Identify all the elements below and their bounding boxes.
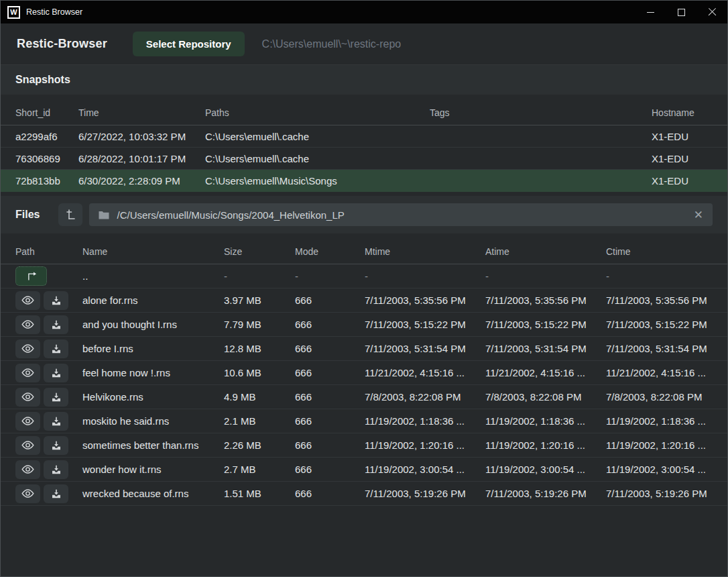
file-actions [15, 339, 82, 358]
files-path-input[interactable]: /C/Users/emuell/Music/Songs/2004_Helveti… [89, 203, 713, 226]
file-mode-cell: 666 [295, 415, 365, 427]
file-name-cell: alone for.rns [82, 295, 224, 306]
file-atime-cell: 11/19/2002, 1:20:16 ... [485, 439, 606, 451]
file-mode-cell: - [295, 270, 365, 282]
download-file-button[interactable] [44, 339, 68, 358]
download-file-button[interactable] [44, 484, 68, 503]
eye-icon [21, 320, 34, 329]
file-ctime-cell: - [606, 270, 717, 282]
download-file-button[interactable] [44, 436, 68, 455]
files-band: Files /C/Users/emuell/Music/Songs/2004_H… [1, 196, 727, 233]
col-short-id: Short_id [15, 107, 78, 118]
file-size-cell: 4.9 MB [224, 391, 295, 403]
file-atime-cell: 7/8/2003, 8:22:08 PM [485, 391, 606, 403]
minimize-icon [647, 12, 654, 13]
download-file-button[interactable] [44, 388, 68, 407]
file-ctime-cell: 7/11/2003, 5:31:54 PM [606, 343, 717, 354]
file-atime-cell: 11/21/2002, 4:15:16 ... [485, 367, 606, 378]
file-atime-cell: - [485, 270, 606, 282]
file-mtime-cell: 11/19/2002, 1:18:36 ... [365, 415, 485, 427]
folder-icon [99, 211, 109, 219]
download-file-button[interactable] [44, 291, 68, 310]
tree-view-button[interactable] [58, 203, 82, 226]
file-mtime-cell: 7/11/2003, 5:19:26 PM [365, 488, 485, 499]
snapshot-short-id-cell: 72b813bb [15, 175, 78, 187]
file-mtime-cell: 7/11/2003, 5:15:22 PM [365, 319, 485, 330]
clear-path-icon[interactable]: ✕ [694, 209, 703, 221]
col-atime: Atime [485, 246, 606, 257]
eye-icon [21, 417, 34, 425]
preview-file-button[interactable] [15, 412, 40, 431]
file-name-cell: Helvikone.rns [82, 391, 224, 403]
file-size-cell: 10.6 MB [224, 367, 295, 378]
download-file-button[interactable] [44, 412, 68, 431]
eye-icon [21, 368, 34, 377]
file-ctime-cell: 11/19/2002, 1:20:16 ... [606, 439, 717, 451]
files-path-value: /C/Users/emuell/Music/Songs/2004_Helveti… [117, 209, 344, 221]
snapshot-row[interactable]: 72b813bb6/30/2022, 2:28:09 PMC:\Users\em… [1, 170, 727, 192]
download-file-button[interactable] [44, 315, 68, 334]
download-icon [51, 368, 62, 378]
preview-file-button[interactable] [15, 315, 40, 334]
header: Restic-Browser Select Repository C:\User… [1, 23, 727, 65]
up-directory-button[interactable] [15, 266, 47, 286]
file-mtime-cell: 11/21/2002, 4:15:16 ... [365, 367, 485, 378]
file-name-cell: moskito he said.rns [82, 415, 224, 427]
file-row: moskito he said.rns2.1 MB66611/19/2002, … [1, 409, 727, 433]
preview-file-button[interactable] [15, 339, 40, 358]
snapshot-row[interactable]: 763068696/28/2022, 10:01:17 PMC:\Users\e… [1, 148, 727, 170]
file-actions [15, 484, 82, 503]
snapshots-table-body: a2299af66/27/2022, 10:03:32 PMC:\Users\e… [1, 125, 727, 192]
file-mtime-cell: 7/8/2003, 8:22:08 PM [365, 391, 485, 403]
file-size-cell: 2.1 MB [224, 415, 295, 427]
file-ctime-cell: 7/8/2003, 8:22:08 PM [606, 391, 717, 403]
select-repository-button[interactable]: Select Repository [133, 32, 245, 56]
preview-file-button[interactable] [15, 460, 40, 479]
preview-file-button[interactable] [15, 436, 40, 455]
file-row: sometimes better than.rns2.26 MB66611/19… [1, 433, 727, 458]
file-actions [15, 291, 82, 310]
maximize-icon [678, 9, 685, 16]
snapshot-row[interactable]: a2299af66/27/2022, 10:03:32 PMC:\Users\e… [1, 125, 727, 148]
file-actions [15, 412, 82, 431]
eye-icon [21, 392, 34, 401]
col-tags: Tags [430, 107, 652, 118]
col-mtime: Mtime [365, 246, 485, 257]
col-size: Size [224, 246, 295, 257]
file-name-cell: and you thought I.rns [82, 319, 224, 330]
snapshot-hostname-cell: X1-EDU [652, 131, 717, 142]
files-heading: Files [15, 209, 40, 221]
snapshot-time-cell: 6/28/2022, 10:01:17 PM [78, 153, 205, 164]
file-atime-cell: 7/11/2003, 5:31:54 PM [485, 343, 606, 354]
snapshots-heading: Snapshots [15, 74, 70, 86]
minimize-button[interactable] [635, 1, 666, 23]
download-file-button[interactable] [44, 460, 68, 479]
close-button[interactable] [696, 1, 727, 23]
snapshot-paths-cell: C:\Users\emuell\.cache [205, 153, 430, 164]
file-actions [15, 388, 82, 407]
snapshot-time-cell: 6/27/2022, 10:03:32 PM [78, 131, 205, 142]
file-ctime-cell: 11/19/2002, 3:00:54 ... [606, 464, 717, 475]
download-icon [51, 488, 62, 499]
file-row: before I.rns12.8 MB6667/11/2003, 5:31:54… [1, 337, 727, 361]
file-row: Helvikone.rns4.9 MB6667/8/2003, 8:22:08 … [1, 385, 727, 409]
download-icon [51, 319, 62, 330]
close-icon [708, 8, 717, 17]
download-icon [51, 295, 62, 306]
preview-file-button[interactable] [15, 364, 40, 382]
preview-file-button[interactable] [15, 291, 40, 310]
maximize-button[interactable] [666, 1, 696, 23]
preview-file-button[interactable] [15, 388, 40, 407]
restic-browser-window: W Restic Browser Restic-Browser Select R… [0, 0, 728, 577]
download-file-button[interactable] [44, 364, 68, 382]
snapshot-paths-cell: C:\Users\emuell\.cache [205, 131, 430, 142]
file-mtime-cell: 7/11/2003, 5:31:54 PM [365, 343, 485, 354]
file-mode-cell: 666 [295, 343, 365, 354]
download-icon [51, 464, 62, 475]
file-mode-cell: 666 [295, 391, 365, 403]
file-name-cell: .. [82, 270, 224, 282]
file-mtime-cell: - [365, 270, 485, 282]
eye-icon [21, 296, 34, 305]
file-name-cell: wrecked because of.rns [82, 488, 224, 499]
preview-file-button[interactable] [15, 484, 40, 503]
